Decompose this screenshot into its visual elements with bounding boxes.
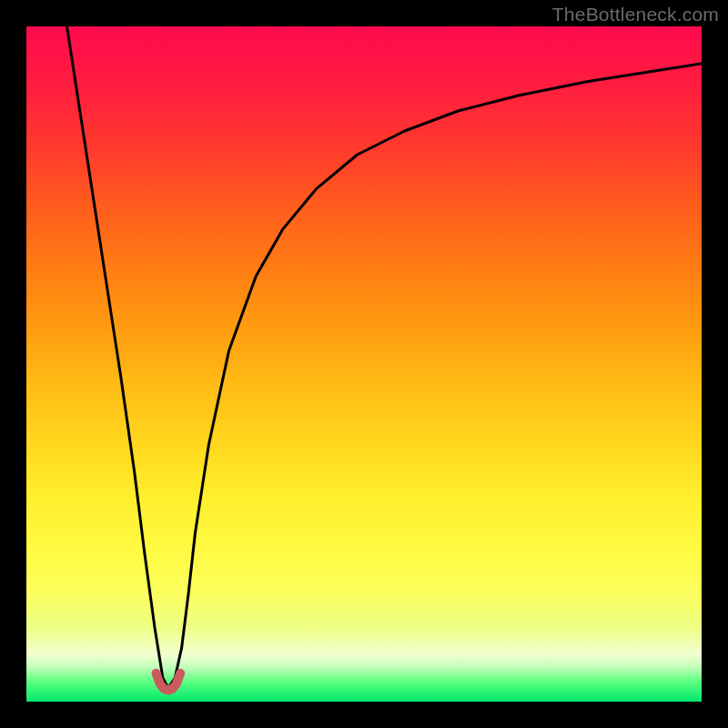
chart-frame: TheBottleneck.com xyxy=(0,0,728,728)
bottleneck-curve xyxy=(67,26,702,688)
plot-area xyxy=(26,26,702,702)
curve-layer xyxy=(26,26,702,702)
watermark-text: TheBottleneck.com xyxy=(552,4,719,25)
optimal-point-marker xyxy=(156,673,180,691)
